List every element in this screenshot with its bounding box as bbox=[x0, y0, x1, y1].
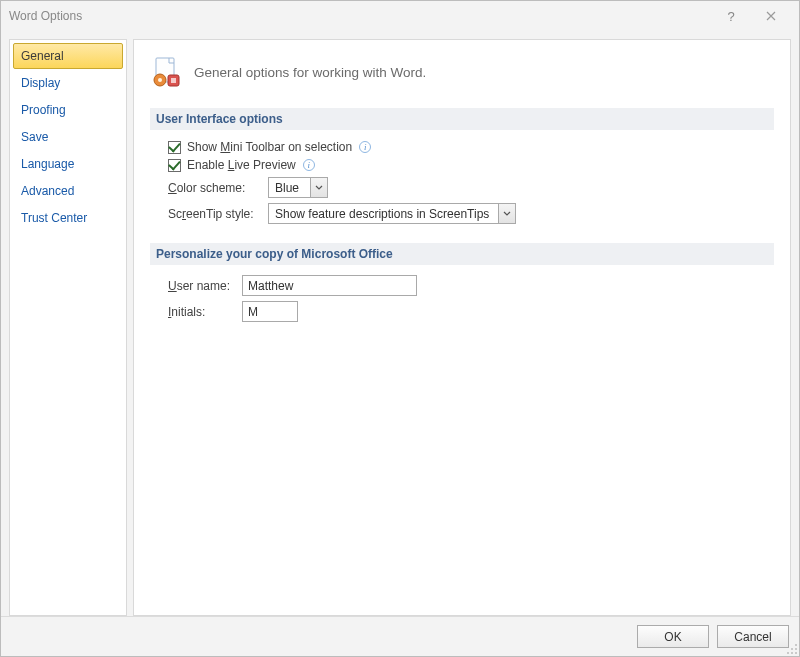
section-personalize-body: User name: Initials: bbox=[150, 275, 774, 335]
cancel-button[interactable]: Cancel bbox=[717, 625, 789, 648]
section-ui-options-header: User Interface options bbox=[150, 108, 774, 130]
section-personalize-header: Personalize your copy of Microsoft Offic… bbox=[150, 243, 774, 265]
sidebar-item-language[interactable]: Language bbox=[13, 151, 123, 177]
live-preview-checkbox[interactable] bbox=[168, 159, 181, 172]
resize-grip-icon[interactable] bbox=[786, 643, 798, 655]
dropdown-button[interactable] bbox=[498, 204, 515, 223]
sidebar-item-general[interactable]: General bbox=[13, 43, 123, 69]
svg-point-5 bbox=[795, 644, 797, 646]
svg-point-9 bbox=[791, 652, 793, 654]
word-options-dialog: Word Options ? General Display Proofing … bbox=[0, 0, 800, 657]
close-button[interactable] bbox=[751, 2, 791, 30]
username-label: User name: bbox=[168, 279, 242, 293]
mini-toolbar-checkbox[interactable] bbox=[168, 141, 181, 154]
live-preview-label: Enable Live Preview bbox=[187, 158, 296, 172]
svg-rect-4 bbox=[171, 78, 176, 83]
section-ui-options-body: Show Mini Toolbar on selection i Enable … bbox=[150, 140, 774, 237]
sidebar-item-trust-center[interactable]: Trust Center bbox=[13, 205, 123, 231]
chevron-down-icon bbox=[503, 211, 511, 217]
titlebar: Word Options ? bbox=[1, 1, 799, 31]
sidebar-item-label: Language bbox=[21, 157, 74, 171]
svg-point-2 bbox=[158, 78, 162, 82]
window-title: Word Options bbox=[9, 9, 82, 23]
mini-toolbar-label: Show Mini Toolbar on selection bbox=[187, 140, 352, 154]
svg-point-6 bbox=[791, 648, 793, 650]
help-icon: ? bbox=[727, 9, 734, 24]
sidebar-item-label: Proofing bbox=[21, 103, 66, 117]
ok-button[interactable]: OK bbox=[637, 625, 709, 648]
page-header-text: General options for working with Word. bbox=[194, 65, 426, 80]
color-scheme-label: Color scheme: bbox=[168, 181, 268, 195]
sidebar-item-advanced[interactable]: Advanced bbox=[13, 178, 123, 204]
initials-input[interactable] bbox=[242, 301, 298, 322]
main-panel: General options for working with Word. U… bbox=[133, 39, 791, 616]
sidebar-item-label: Display bbox=[21, 76, 60, 90]
svg-point-10 bbox=[795, 652, 797, 654]
help-button[interactable]: ? bbox=[711, 2, 751, 30]
close-icon bbox=[766, 11, 776, 21]
dropdown-button[interactable] bbox=[310, 178, 327, 197]
page-header: General options for working with Word. bbox=[150, 50, 774, 102]
username-input[interactable] bbox=[242, 275, 417, 296]
svg-point-7 bbox=[795, 648, 797, 650]
dialog-footer: OK Cancel bbox=[1, 616, 799, 656]
sidebar-item-label: Advanced bbox=[21, 184, 74, 198]
sidebar-item-label: General bbox=[21, 49, 64, 63]
category-sidebar: General Display Proofing Save Language A… bbox=[9, 39, 127, 616]
initials-label: Initials: bbox=[168, 305, 242, 319]
screentip-label: ScreenTip style: bbox=[168, 207, 268, 221]
color-scheme-value: Blue bbox=[269, 178, 310, 197]
chevron-down-icon bbox=[315, 185, 323, 191]
color-scheme-select[interactable]: Blue bbox=[268, 177, 328, 198]
sidebar-item-label: Save bbox=[21, 130, 48, 144]
svg-point-8 bbox=[787, 652, 789, 654]
sidebar-item-save[interactable]: Save bbox=[13, 124, 123, 150]
sidebar-item-display[interactable]: Display bbox=[13, 70, 123, 96]
info-icon[interactable]: i bbox=[303, 159, 315, 171]
general-options-icon bbox=[150, 56, 182, 88]
screentip-value: Show feature descriptions in ScreenTips bbox=[269, 204, 498, 223]
info-icon[interactable]: i bbox=[359, 141, 371, 153]
sidebar-item-proofing[interactable]: Proofing bbox=[13, 97, 123, 123]
screentip-select[interactable]: Show feature descriptions in ScreenTips bbox=[268, 203, 516, 224]
sidebar-item-label: Trust Center bbox=[21, 211, 87, 225]
